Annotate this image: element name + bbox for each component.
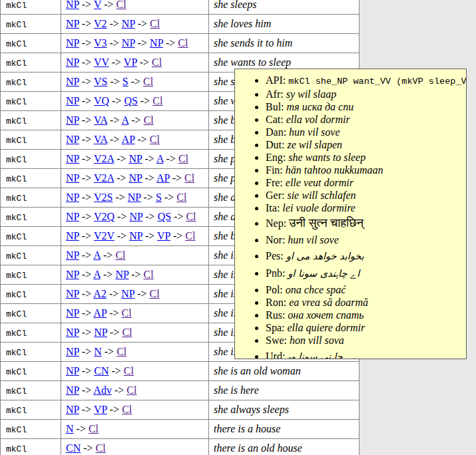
type-link-cl[interactable]: Cl (126, 384, 136, 396)
example-text[interactable]: she sleeps (214, 0, 256, 10)
type-link-cl[interactable]: Cl (117, 0, 126, 10)
type-link-a[interactable]: A (156, 153, 164, 164)
type-link-cl[interactable]: Cl (122, 307, 132, 319)
type-link-np[interactable]: NP (66, 57, 79, 68)
type-link-v2a[interactable]: V2A (94, 153, 114, 164)
type-link-vp[interactable]: VP (94, 404, 107, 415)
type-link-cn[interactable]: CN (66, 442, 81, 454)
type-link-n[interactable]: N (66, 423, 74, 434)
type-link-cl[interactable]: Cl (152, 57, 162, 68)
type-link-np[interactable]: NP (66, 365, 79, 377)
type-link-vv[interactable]: VV (94, 57, 109, 68)
type-link-s[interactable]: S (122, 76, 128, 87)
type-link-v2[interactable]: V2 (94, 18, 107, 29)
type-link-np[interactable]: NP (122, 37, 135, 49)
type-link-np[interactable]: NP (66, 346, 79, 357)
type-link-v2v[interactable]: V2V (94, 230, 115, 241)
type-link-vp[interactable]: VP (157, 230, 170, 241)
type-link-np[interactable]: NP (129, 172, 142, 184)
example-text[interactable]: there is an old house (214, 442, 302, 454)
type-link-np[interactable]: NP (66, 172, 79, 184)
type-link-vs[interactable]: VS (94, 76, 107, 87)
type-link-cl[interactable]: Cl (178, 37, 188, 49)
type-link-cl[interactable]: Cl (185, 230, 195, 241)
type-link-vq[interactable]: VQ (94, 95, 109, 106)
type-link-qs[interactable]: QS (124, 95, 137, 106)
type-link-ap[interactable]: AP (93, 307, 107, 319)
type-link-np[interactable]: NP (66, 404, 79, 415)
arrow-text: -> (105, 346, 114, 357)
type-link-np[interactable]: NP (66, 95, 79, 106)
type-link-cl[interactable]: Cl (176, 192, 186, 203)
example-text[interactable]: there is a house (214, 423, 280, 434)
type-link-np[interactable]: NP (66, 114, 79, 126)
type-link-np[interactable]: NP (121, 288, 134, 299)
type-link-cl[interactable]: Cl (178, 153, 188, 164)
type-link-a[interactable]: A (93, 269, 101, 280)
example-text[interactable]: she wants to sleep (214, 57, 291, 68)
example-text[interactable]: she loves him (214, 18, 271, 29)
type-link-adv[interactable]: Adv (93, 384, 112, 396)
type-link-vp[interactable]: VP (124, 57, 137, 68)
type-link-ap[interactable]: AP (156, 172, 170, 184)
type-link-cl[interactable]: Cl (152, 95, 162, 106)
type-link-va[interactable]: VA (94, 114, 107, 126)
type-link-cl[interactable]: Cl (144, 269, 154, 280)
type-link-np[interactable]: NP (66, 288, 79, 299)
type-link-np[interactable]: NP (66, 37, 79, 49)
type-link-np[interactable]: NP (128, 192, 141, 203)
type-link-cl[interactable]: Cl (184, 172, 194, 184)
type-link-cn[interactable]: CN (94, 365, 109, 377)
type-link-v3[interactable]: V3 (94, 37, 107, 49)
type-link-cl[interactable]: Cl (89, 423, 99, 434)
type-link-qs[interactable]: QS (158, 211, 171, 222)
type-link-v2s[interactable]: V2S (94, 192, 113, 203)
type-link-a[interactable]: A (122, 114, 129, 126)
type-link-np[interactable]: NP (129, 211, 142, 222)
type-link-np[interactable]: NP (66, 134, 79, 145)
type-link-ap[interactable]: AP (122, 134, 135, 145)
type-link-a2[interactable]: A2 (93, 288, 107, 299)
type-link-np[interactable]: NP (66, 18, 79, 29)
type-link-cl[interactable]: Cl (124, 365, 134, 377)
type-link-np[interactable]: NP (66, 307, 79, 319)
type-link-va[interactable]: VA (94, 134, 107, 145)
example-text[interactable]: she sends it to him (214, 37, 292, 49)
type-link-np[interactable]: NP (66, 153, 79, 164)
example-text[interactable]: she is here (214, 384, 259, 396)
type-link-cl[interactable]: Cl (150, 134, 160, 145)
type-link-s[interactable]: S (156, 192, 162, 203)
type-link-np[interactable]: NP (66, 230, 79, 241)
type-link-np[interactable]: NP (66, 0, 79, 10)
type-link-cl[interactable]: Cl (149, 288, 159, 299)
type-link-np[interactable]: NP (129, 230, 142, 241)
type-link-v2a[interactable]: V2A (94, 172, 114, 184)
type-link-cl[interactable]: Cl (144, 114, 154, 126)
type-link-cl[interactable]: Cl (96, 442, 106, 454)
type-link-cl[interactable]: Cl (150, 18, 160, 29)
type-link-np[interactable]: NP (66, 76, 79, 87)
type-link-n[interactable]: N (94, 346, 102, 357)
type-link-cl[interactable]: Cl (117, 346, 126, 357)
example-text[interactable]: she always sleeps (214, 404, 289, 415)
type-link-np[interactable]: NP (66, 384, 79, 396)
type-link-np[interactable]: NP (66, 327, 79, 338)
type-link-np[interactable]: NP (115, 269, 128, 280)
example-text[interactable]: she is an old woman (214, 365, 301, 377)
type-link-np[interactable]: NP (66, 249, 79, 261)
type-link-np[interactable]: NP (94, 327, 107, 338)
type-link-v2q[interactable]: V2Q (94, 211, 115, 222)
type-link-np[interactable]: NP (150, 37, 163, 49)
type-link-cl[interactable]: Cl (122, 404, 132, 415)
type-link-v[interactable]: V (94, 0, 101, 10)
type-link-np[interactable]: NP (66, 192, 79, 203)
type-link-cl[interactable]: Cl (186, 211, 196, 222)
type-link-cl[interactable]: Cl (122, 327, 132, 338)
type-link-a[interactable]: A (93, 249, 101, 261)
type-link-cl[interactable]: Cl (143, 76, 153, 87)
type-link-cl[interactable]: Cl (115, 249, 125, 261)
type-link-np[interactable]: NP (66, 211, 79, 222)
type-link-np[interactable]: NP (66, 269, 79, 280)
type-link-np[interactable]: NP (129, 153, 142, 164)
type-link-np[interactable]: NP (122, 18, 135, 29)
